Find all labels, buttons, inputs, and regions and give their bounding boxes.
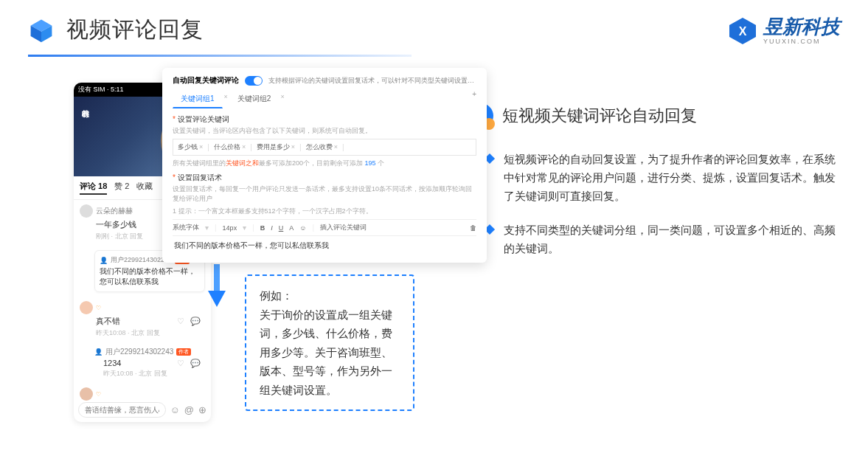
gift-icon[interactable]: ⊕ [198,404,206,415]
comment-input[interactable] [78,402,166,418]
comment-input-bar: ☺ @ ⊕ [78,402,206,418]
bullet-item: 短视频评论的自动回复设置，为了提升作者的评论回复效率，在系统中针对常见的评论用户… [468,151,844,205]
example-box: 例如： 关于询价的设置成一组关键词，多少钱、什么价格，费用多少等。关于咨询班型、… [245,274,414,411]
emoji-icon[interactable]: ☺ [170,404,180,415]
italic-icon[interactable]: I [271,224,273,232]
brand-sub: YUUXIN.COM [763,38,840,45]
insert-keyword-button[interactable]: 插入评论关键词 [320,223,367,232]
svg-marker-6 [208,291,226,307]
reply-field-label: 设置回复话术 [173,173,476,183]
reply-icon[interactable]: 💬 [190,359,201,368]
tab-keyword-group-1[interactable]: 关键词组1 [173,90,223,108]
editor-content[interactable]: 我们不同的版本价格不一样，您可以私信联系我 [173,236,476,255]
auto-reply-toggle[interactable] [245,76,263,86]
arrow-down-icon [205,264,229,311]
at-icon[interactable]: @ [184,404,194,415]
tab-comments[interactable]: 评论 18 [80,181,107,195]
page-title: 视频评论回复 [66,15,204,45]
tab-likes[interactable]: 赞 2 [114,181,129,195]
svg-rect-5 [214,264,220,292]
bold-icon[interactable]: B [260,224,265,232]
heart-icon[interactable]: ♡ [177,359,184,368]
keyword-field-label: 设置评论关键词 [173,114,476,125]
panel-title: 自动回复关键词评论 [173,75,239,86]
size-select[interactable]: 14px [223,224,237,232]
header-divider [28,55,412,57]
emoji-icon[interactable]: ☺ [299,224,306,232]
editor-toolbar: 系统字体▾ | 14px▾ | B I U A ☺ | 插入评论关键词 🗑 [173,219,476,236]
delete-icon[interactable]: 🗑 [470,224,476,232]
tab-keyword-group-2[interactable]: 关键词组2 [229,90,280,108]
add-group-button[interactable]: + [472,90,476,108]
font-select[interactable]: 系统字体 [173,223,199,232]
settings-panel: 自动回复关键词评论 支持根据评论的关键词设置回复话术，可以针对不同类型关键词设置… [162,68,487,263]
avatar [80,387,93,401]
comment-item: ♡ 真不错 ♡💬 昨天10:08 · 北京 回复 [74,297,211,342]
avatar [80,301,93,314]
heart-icon[interactable]: ♡ [177,317,184,326]
svg-text:X: X [739,25,747,38]
section-heading: 短视频关键词评论自动回复 [468,103,844,128]
brand-name: 昱新科技 [763,17,840,36]
avatar [80,204,93,218]
keyword-tags[interactable]: 多少钱× | 什么价格× | 费用是多少× | 怎么收费× | [173,139,476,156]
color-icon[interactable]: A [289,224,294,232]
reply-icon[interactable]: 💬 [190,317,201,326]
cube-icon [28,17,55,44]
tab-fav[interactable]: 收藏 [136,181,153,195]
brand-logo: X 昱新科技 YUUXIN.COM [728,16,840,46]
bullet-item: 支持不同类型的关键词分组，同一类问题，可设置多个相近的、高频的关键词。 [468,221,844,258]
reply-item: 👤用户2299214302243作者 1234 ♡💬 昨天10:08 · 北京 … [74,342,211,383]
underline-icon[interactable]: U [279,224,284,232]
